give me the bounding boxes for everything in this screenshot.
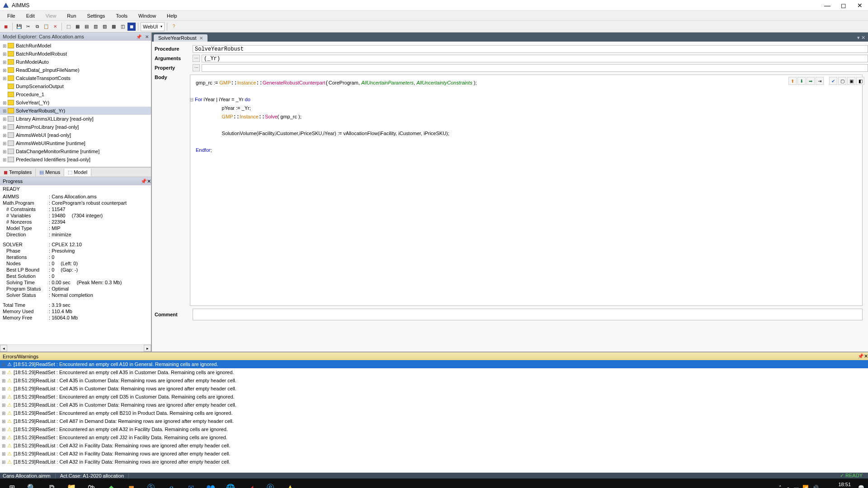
tray-cloud-icon[interactable]: ☁: [785, 485, 790, 488]
panel-close-icon[interactable]: ✕: [864, 353, 868, 359]
outlook-icon[interactable]: ✉: [181, 479, 201, 488]
maximize-button[interactable]: ◻: [835, 0, 852, 11]
tab-templates[interactable]: ◼Templates: [0, 169, 36, 176]
arguments-wizard-icon[interactable]: ⋯: [193, 55, 200, 62]
error-row[interactable]: ⊞⚠ [18:51:29] ReadSet : Encountered an e…: [0, 409, 868, 417]
error-row[interactable]: ⊞⚠ [18:51:29] ReadSet : Encountered an e…: [0, 368, 868, 376]
tray-battery-icon[interactable]: ▬: [794, 485, 799, 488]
paste-icon[interactable]: 📋: [42, 23, 50, 31]
menu-run[interactable]: Run: [62, 12, 80, 19]
procedure-value[interactable]: SolveYearRobust: [193, 45, 868, 53]
code-editor[interactable]: gmp_rc := GMP::Instance::GenerateRobustC…: [190, 75, 863, 306]
tab-model[interactable]: ⬚Model: [64, 169, 91, 176]
system-clock[interactable]: 18:51 26/05/2020: [822, 482, 854, 488]
tool-icon-6[interactable]: ▩: [109, 23, 118, 31]
tab-close-icon[interactable]: ✕: [199, 36, 203, 41]
menu-tools[interactable]: Tools: [111, 12, 132, 19]
scroll-right-icon[interactable]: ▸: [144, 345, 151, 352]
tree-item[interactable]: ⊞SolveYear(_Yr): [0, 99, 151, 107]
menu-edit[interactable]: Edit: [22, 12, 39, 19]
scroll-left-icon[interactable]: ◂: [0, 345, 7, 352]
teams-icon[interactable]: 👥: [201, 479, 221, 488]
tree-item[interactable]: ⊞CalculateTransportCosts: [0, 74, 151, 82]
tray-wifi-icon[interactable]: 📶: [802, 485, 809, 488]
tool-icon-2[interactable]: ▦: [73, 23, 81, 31]
tray-chevron-icon[interactable]: ˄: [779, 485, 782, 488]
property-value[interactable]: [202, 64, 868, 72]
nav-up-icon[interactable]: ⬆: [788, 77, 797, 85]
tree-item[interactable]: ⊞Library AimmsXLLibrary [read-only]: [0, 115, 151, 123]
tree-item[interactable]: DumpScenarioOutput: [0, 82, 151, 90]
page-icon[interactable]: ▢: [838, 77, 846, 85]
error-row[interactable]: ⊞⚠ [18:51:29] ReadList : Cell A87 in Dem…: [0, 417, 868, 425]
error-row[interactable]: ⊞⚠ [18:51:29] ReadList : Cell A32 in Fac…: [0, 441, 868, 450]
aimms-taskbar-icon[interactable]: ▲: [280, 479, 300, 488]
error-row[interactable]: ⊞⚠ [18:51:29] ReadList : Cell A32 in Fac…: [0, 458, 868, 466]
errors-list[interactable]: ⊞⚠ [18:51:29] ReadSet : Encountered an e…: [0, 360, 868, 473]
task-view-icon[interactable]: ⧉: [42, 479, 61, 488]
store-icon[interactable]: 🛍: [81, 479, 101, 488]
tree-item[interactable]: ⊞AimmsWebUI [read-only]: [0, 131, 151, 139]
menu-settings[interactable]: Settings: [83, 12, 110, 19]
tool-icon-1[interactable]: ⬚: [64, 23, 72, 31]
error-row[interactable]: ⊞⚠ [18:51:29] ReadList : Cell A35 in Cus…: [0, 385, 868, 393]
menu-view[interactable]: View: [41, 12, 61, 19]
tree-item[interactable]: ⊞AimmsWebUIRuntime [runtime]: [0, 139, 151, 147]
start-button[interactable]: ⊞: [2, 479, 22, 488]
pin-icon[interactable]: 📌: [135, 33, 143, 41]
property-wizard-icon[interactable]: ⋯: [193, 64, 200, 71]
comment-value[interactable]: [193, 309, 863, 320]
indent-icon[interactable]: ⇥: [816, 77, 824, 85]
edge-icon[interactable]: ℯ: [161, 479, 181, 488]
menu-help[interactable]: Help: [162, 12, 182, 19]
page3-icon[interactable]: ◧: [856, 77, 864, 85]
arguments-value[interactable]: (_Yr): [202, 55, 868, 62]
copy-icon[interactable]: ⧉: [33, 23, 41, 31]
tab-menus[interactable]: ▤Menus: [36, 169, 64, 176]
horizontal-scrollbar[interactable]: ◂ ▸: [0, 344, 151, 352]
close-button[interactable]: ✕: [852, 0, 868, 11]
tree-item[interactable]: ⊞SolveYearRobust(_Yr): [0, 107, 151, 115]
acrobat-icon[interactable]: ◢: [241, 479, 260, 488]
tree-item[interactable]: ⊞DataChangeMonitorRuntime [runtime]: [0, 147, 151, 155]
tabstrip-menu-icon[interactable]: ▾ ✕: [854, 34, 868, 42]
help-icon[interactable]: ?: [170, 23, 178, 31]
panel-close-icon[interactable]: ✕: [143, 33, 151, 41]
editor-tab[interactable]: SolveYearRobust ✕: [154, 34, 208, 42]
tree-item[interactable]: ⊞AimmsProLibrary [read-only]: [0, 123, 151, 131]
search-icon[interactable]: 🔍: [22, 479, 42, 488]
delete-icon[interactable]: ✕: [51, 23, 59, 31]
model-tree[interactable]: ⊞BatchRunModel⊞BatchRunModelRobust⊞RunMo…: [0, 41, 151, 167]
tree-item[interactable]: ⊞BatchRunModel: [0, 42, 151, 50]
pin-icon[interactable]: 📌: [141, 178, 147, 184]
tool-icon-8[interactable]: ◼: [127, 23, 136, 31]
save-icon[interactable]: 💾: [15, 23, 23, 31]
webui-dropdown[interactable]: WebUI: [141, 22, 165, 31]
panel-close-icon[interactable]: ✕: [147, 178, 151, 184]
tool-icon-7[interactable]: ◫: [118, 23, 127, 31]
tree-item[interactable]: ⊞ReadData(_pInputFileName): [0, 66, 151, 74]
error-row[interactable]: ⊞⚠ [18:51:29] ReadList : Cell A35 in Cus…: [0, 376, 868, 385]
cut-icon[interactable]: ✂: [24, 23, 32, 31]
notifications-icon[interactable]: 💬: [858, 485, 864, 488]
tree-item[interactable]: ⊞RunModelAuto: [0, 58, 151, 66]
error-row[interactable]: ⊞⚠ [18:51:29] ReadSet : Encountered an e…: [0, 433, 868, 441]
error-row[interactable]: ⊞⚠ [18:51:29] ReadList : Cell A35 in Cus…: [0, 401, 868, 409]
file-explorer-icon[interactable]: 📁: [61, 479, 81, 488]
menu-file[interactable]: File: [3, 12, 20, 19]
error-row[interactable]: ⊞⚠ [18:51:29] ReadList : Cell A32 in Fac…: [0, 450, 868, 458]
tool-icon-3[interactable]: ▤: [82, 23, 90, 31]
app-icon-2[interactable]: ◼: [121, 479, 141, 488]
page2-icon[interactable]: ▣: [847, 77, 855, 85]
tree-item[interactable]: Procedure_1: [0, 90, 151, 99]
nav-down-icon[interactable]: ⬇: [797, 77, 806, 85]
new-icon[interactable]: ◼: [2, 23, 10, 31]
tool-icon-5[interactable]: ▨: [100, 23, 108, 31]
error-row[interactable]: ⊞⚠ [18:51:29] ReadSet : Encountered an e…: [0, 360, 868, 368]
nav-next-icon[interactable]: ➡: [807, 77, 815, 85]
error-row[interactable]: ⊞⚠ [18:51:29] ReadSet : Encountered an e…: [0, 425, 868, 433]
check-icon[interactable]: ✔: [829, 77, 837, 85]
pin-icon[interactable]: 📌: [858, 353, 864, 359]
tray-volume-icon[interactable]: 🔊: [812, 485, 819, 488]
app-icon-1[interactable]: ◆: [101, 479, 121, 488]
